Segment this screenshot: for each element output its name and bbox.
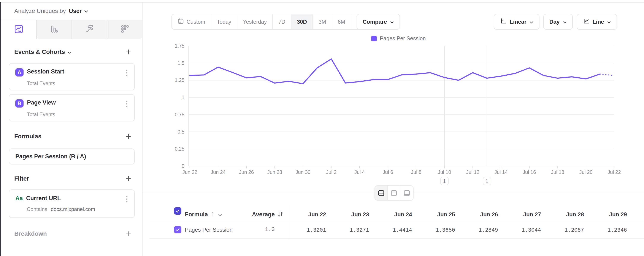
formula-card[interactable]: Pages Per Session (B / A) (9, 148, 135, 164)
x-axis-tick-label: Jun 26 (231, 169, 262, 175)
formulas-section-header: Formulas (9, 132, 135, 141)
line-chart-icon (583, 18, 590, 26)
table-cell-value: 1.2849 (461, 226, 498, 235)
report-type-tabs (1, 20, 142, 39)
events-section-title[interactable]: Events & Cohorts (14, 48, 71, 55)
kebab-menu-icon[interactable] (125, 69, 128, 77)
events-section-header: Events & Cohorts (9, 48, 135, 56)
date-range-label: Custom (186, 19, 205, 25)
date-range-label: 6M (338, 19, 345, 25)
table-date-header[interactable]: Jun 28 (550, 210, 584, 219)
kebab-menu-icon[interactable] (125, 100, 128, 108)
query-builder-sidebar: Analyze Uniques by User Events & Cohorts… (1, 2, 142, 256)
formulas-section-title: Formulas (14, 133, 42, 140)
table-date-header[interactable]: Jun 25 (420, 210, 455, 219)
add-event-button[interactable] (125, 49, 132, 55)
chevron-down-icon (563, 18, 567, 25)
chart-type-dropdown[interactable]: Line (576, 14, 617, 30)
layout-table-button[interactable] (400, 186, 413, 200)
series-line-incomplete (600, 74, 614, 75)
layout-toggle-group (374, 185, 414, 201)
y-axis-tick-label: 0.25 (159, 145, 184, 152)
event-measure[interactable]: Total Events (27, 111, 55, 118)
x-axis-tick-label: Jul 12 (458, 169, 488, 175)
mixpanel-insights-report: Analyze Uniques by User Events & Cohorts… (0, 0, 644, 256)
select-all-checkbox[interactable] (174, 207, 182, 215)
table-date-header[interactable]: Jun 26 (464, 210, 498, 219)
tab-flow[interactable] (72, 20, 107, 39)
layout-split-button[interactable] (375, 186, 388, 200)
date-range-label: 7D (278, 19, 285, 25)
tab-bar-chart[interactable] (37, 20, 72, 39)
tab-retention[interactable] (107, 20, 142, 39)
y-axis-tick-label: 1.5 (159, 60, 184, 67)
table-cell-value: 1.3271 (332, 226, 369, 235)
formula-header[interactable]: Formula 1 (185, 210, 222, 219)
compare-button[interactable]: Compare (356, 14, 400, 30)
date-range-3m[interactable]: 3M (313, 14, 332, 29)
layout-chart-button[interactable] (388, 186, 400, 200)
table-date-header[interactable]: Jun 29 (592, 210, 627, 219)
date-range-label: 30D (297, 19, 307, 25)
average-label: Average (252, 211, 275, 218)
filter-value[interactable]: docs.mixpanel.com (51, 206, 95, 212)
chart-legend[interactable]: Pages Per Session (371, 35, 426, 42)
event-measure[interactable]: Total Events (27, 80, 55, 86)
x-axis-tick-label: Jul 14 (486, 169, 516, 175)
event-card[interactable]: BPage ViewTotal Events (9, 94, 135, 121)
string-property-icon: Aa (15, 195, 23, 202)
date-range-7d[interactable]: 7D (273, 14, 291, 29)
formula-count: 1 (211, 211, 214, 218)
chart-controls: Linear Day Line (494, 14, 617, 30)
annotation-badge[interactable]: 1 (440, 177, 448, 185)
filter-cards: AaCurrent URLContainsdocs.mixpanel.com (9, 189, 135, 218)
analyze-by-dropdown[interactable]: User (69, 8, 88, 14)
sidebar-body: Events & Cohorts ASession StartTotal Eve… (1, 48, 142, 238)
table-cell-value: 1.2087 (547, 226, 584, 235)
formula-header-label: Formula (185, 211, 208, 218)
analyze-uniques-label: Analyze Uniques by (14, 8, 66, 14)
average-column-header[interactable]: Average (220, 210, 275, 219)
add-filter-button[interactable] (125, 175, 132, 182)
event-card[interactable]: ASession StartTotal Events (9, 63, 135, 90)
event-cards: ASession StartTotal EventsBPage ViewTota… (9, 63, 135, 121)
filter-operator[interactable]: Contains (27, 206, 47, 212)
table-date-header[interactable]: Jun 22 (292, 210, 326, 219)
date-range-6m[interactable]: 6M (332, 14, 351, 29)
x-axis-tick-label: Jul 18 (542, 169, 573, 175)
filter-card[interactable]: AaCurrent URLContainsdocs.mixpanel.com (9, 189, 135, 218)
chevron-down-icon (84, 8, 88, 14)
x-axis-tick-label: Jul 6 (373, 169, 403, 175)
x-axis-tick-label: Jun 22 (175, 169, 205, 175)
tab-insights[interactable] (1, 20, 37, 39)
compare-label: Compare (362, 18, 387, 25)
date-range-label: Yesterday (243, 19, 267, 25)
interval-dropdown[interactable]: Day (543, 14, 573, 30)
analyze-by-value: User (69, 8, 82, 14)
date-range-custom[interactable]: Custom (172, 14, 211, 29)
table-cell-value: 1.3201 (290, 226, 326, 235)
table-date-header[interactable]: Jun 23 (334, 210, 369, 219)
legend-swatch (371, 36, 377, 41)
sort-icon[interactable] (277, 211, 284, 219)
annotation-badge[interactable]: 1 (483, 177, 491, 185)
kebab-menu-icon[interactable] (125, 195, 128, 203)
add-breakdown-button[interactable] (125, 231, 132, 237)
date-range-30d[interactable]: 30D (291, 14, 313, 29)
linear-scale-icon (500, 18, 507, 26)
y-axis-tick-label: 1 (159, 94, 184, 101)
date-range-today[interactable]: Today (211, 14, 237, 29)
series-checkbox[interactable] (174, 226, 182, 233)
date-range-yesterday[interactable]: Yesterday (237, 14, 273, 29)
table-date-header[interactable]: Jun 24 (378, 210, 412, 219)
analyze-header: Analyze Uniques by User (1, 2, 142, 20)
add-formula-button[interactable] (125, 133, 132, 140)
formula-cards: Pages Per Session (B / A) (9, 148, 135, 164)
calendar-icon (178, 18, 184, 26)
x-axis-tick-label: Jul 2 (316, 169, 346, 175)
y-axis-tick-label: 0.5 (159, 128, 184, 135)
event-letter-badge: B (15, 99, 24, 108)
filter-title-text: Filter (14, 175, 29, 182)
table-date-header[interactable]: Jun 27 (506, 210, 541, 219)
scale-dropdown[interactable]: Linear (494, 14, 540, 30)
